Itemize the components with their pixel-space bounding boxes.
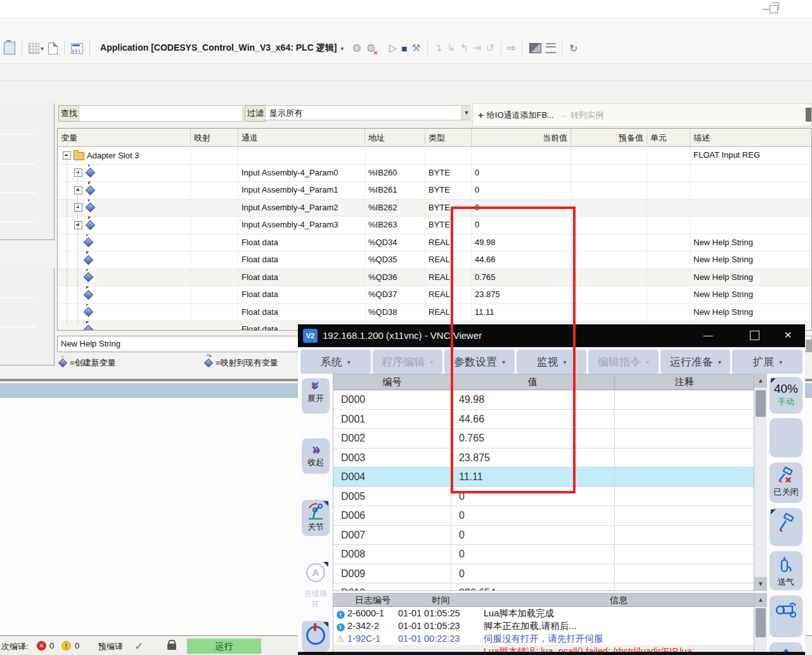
goto-instance-button[interactable]: → 转到实例 [559, 110, 603, 121]
application-selector[interactable]: Application [CODESYS_Control_Win_V3_x64:… [100, 42, 344, 54]
scroll-up-icon[interactable]: ▲ [754, 374, 767, 388]
start-icon[interactable]: ▷ [389, 43, 397, 53]
auto-loop-icon: A [306, 563, 325, 582]
logout-icon[interactable]: ⚙✕ [366, 42, 376, 55]
scroll-thumb[interactable] [756, 390, 766, 417]
table-row[interactable]: Input Assembly-4_Param1 %IB261 BYTE 0 [58, 182, 811, 200]
log-row[interactable]: ! 2-6000-1 01-01 01:05:25 Lua脚本加载完成 [333, 607, 754, 620]
add-fb-button[interactable]: + 给IO通道添加FB... [478, 110, 554, 121]
table-row[interactable]: Input Assembly-4_Param2 %IB262 BYTE 0 [58, 200, 811, 217]
paste-icon[interactable] [4, 42, 15, 54]
table-row[interactable]: Float data %QD35 REAL 44.66 New Help Str… [58, 251, 811, 269]
log-row[interactable]: ! 2-342-2 01-01 01:05:23 脚本正在加载,请稍后... [333, 620, 754, 632]
table-row[interactable]: Input Assembly-4_Param3 %IB263 BYTE 0 [58, 217, 811, 234]
clipped-scrollbar [806, 340, 812, 352]
step-over-icon[interactable]: ↴ [434, 43, 442, 53]
next-statement-icon[interactable]: ⇨ [508, 43, 516, 53]
menu-run-prepare[interactable]: 运行准备▾ [661, 350, 731, 374]
monitor-row[interactable]: D0090 [333, 564, 754, 584]
col-type[interactable]: 类型 [425, 129, 472, 146]
tool-closed-button[interactable]: 已关闭 [770, 462, 802, 503]
expand-expander-icon[interactable] [74, 221, 82, 229]
col-log-time[interactable]: 时间 [398, 594, 484, 606]
refresh-icon[interactable]: ↻ [569, 42, 577, 54]
table-row[interactable]: Adapter Slot 3 FLOAT Input REG [58, 147, 811, 165]
joint-mode-button[interactable]: 关节 [302, 500, 330, 536]
variable-icon [84, 289, 94, 300]
menu-system[interactable]: 系统▾ [300, 350, 371, 374]
col-channel[interactable]: 通道 [238, 129, 365, 146]
scroll-up-icon[interactable]: ▲ [754, 593, 767, 607]
build-icon[interactable] [71, 43, 83, 54]
filter-select[interactable]: 显示所有 [265, 105, 470, 120]
monitor-scrollbar[interactable]: ▲ ▼ [754, 374, 767, 591]
col-number[interactable]: 编号 [333, 374, 451, 390]
scroll-down-icon[interactable]: ▼ [754, 577, 767, 591]
separator [64, 41, 65, 55]
gripper-button[interactable] [770, 595, 802, 637]
col-log-message[interactable]: 信息 [484, 594, 754, 606]
step-into-icon[interactable]: ↳ [447, 43, 455, 53]
menu-edit-instruction[interactable]: 编辑指令▾ [588, 350, 659, 374]
monitor-row[interactable]: D010826.654 [333, 583, 754, 591]
watch-list-icon[interactable] [546, 43, 556, 53]
col-description[interactable]: 描述 [690, 129, 811, 146]
table-row[interactable]: Float data %QD38 REAL 11.11 New Help Str… [58, 304, 811, 322]
restore-button[interactable] [766, 1, 785, 16]
power-button[interactable] [302, 621, 330, 652]
new-file-icon[interactable] [48, 42, 58, 54]
expand-expander-icon[interactable] [74, 169, 82, 177]
speed-button[interactable]: 40% 手动 [770, 377, 802, 414]
table-row[interactable]: Float data %QD34 REAL 49.98 New Help Str… [58, 234, 811, 252]
vnc-maximize-button[interactable] [750, 331, 759, 340]
step-out-icon[interactable]: ↰ [460, 43, 468, 53]
vnc-minimize-button[interactable]: — [697, 329, 719, 340]
reset-icon[interactable]: ↺ [486, 43, 494, 53]
table-row[interactable]: Float data %QD37 REAL 23.875 New Help St… [58, 286, 811, 304]
login-icon[interactable]: ⚙ [352, 42, 361, 55]
application-selector-label: Application [CODESYS_Control_Win_V3_x64:… [100, 42, 337, 54]
filter-dropdown-icon[interactable]: ▼ [461, 106, 471, 120]
mode-label: 手动 [770, 396, 802, 407]
tool-icon [777, 512, 795, 533]
find-input[interactable] [79, 105, 243, 122]
table-row[interactable]: Input Assembly-4_Param0 %IB260 BYTE 0 [58, 165, 811, 182]
table-header-row: 变量 映射 通道 地址 类型 当前值 预备值 单元 描述 [58, 129, 811, 147]
scroll-thumb[interactable] [756, 608, 766, 637]
expand-button[interactable]: » 展开 [302, 378, 330, 414]
menu-program-edit[interactable]: 程序编辑▾ [373, 350, 443, 374]
col-unit[interactable]: 单元 [647, 129, 690, 146]
stop-icon[interactable]: ■ [401, 43, 407, 54]
collapse-button[interactable]: » 收起 [302, 438, 330, 474]
menu-extend[interactable]: 扩展▾ [732, 350, 802, 374]
run-to-cursor-icon[interactable]: ⇥ [473, 43, 481, 53]
log-row[interactable]: ⚠ 1-92C-1 01-01 00:22:23 伺服没有打开，请先打开伺服 [333, 632, 754, 645]
col-current-value[interactable]: 当前值 [472, 129, 571, 146]
library-button[interactable]: ▾ [29, 43, 44, 54]
col-address[interactable]: 地址 [365, 129, 425, 146]
table-row[interactable]: Float data %QD36 REAL 0.765 New Help Str… [58, 269, 811, 287]
col-prepared-value[interactable]: 预备值 [571, 129, 647, 146]
tool-button[interactable] [770, 508, 802, 546]
expand-expander-icon[interactable] [74, 186, 82, 194]
col-comment[interactable]: 注释 [615, 374, 754, 390]
col-log-id[interactable]: 日志编号 [347, 594, 398, 606]
monitor-row[interactable]: D0080 [333, 545, 754, 564]
chevron-down-icon: ▾ [718, 359, 721, 366]
blank-button[interactable] [770, 418, 802, 457]
vnc-close-button[interactable]: ✕ [777, 329, 799, 341]
gas-button[interactable]: 送气 [770, 551, 802, 590]
log-scrollbar[interactable]: ▲ [754, 593, 767, 655]
wrench-icon[interactable]: ⚒ [411, 43, 420, 53]
variable-icon [86, 168, 96, 178]
io-toolbar: + 给IO通道添加FB... → 转到实例 [472, 103, 812, 127]
chevron-down-icon: ▾ [347, 359, 351, 366]
monitor-row[interactable]: D0060 [333, 506, 754, 526]
expand-expander-icon[interactable] [74, 203, 82, 212]
display-mode-icon[interactable] [529, 43, 541, 53]
col-variable[interactable]: 变量 [58, 129, 191, 146]
monitor-row[interactable]: D0070 [333, 526, 754, 545]
chevron-down-icon: ▾ [646, 359, 649, 366]
continuous-loop-button[interactable]: A 连续循环 [302, 561, 330, 606]
col-mapping[interactable]: 映射 [191, 129, 238, 146]
